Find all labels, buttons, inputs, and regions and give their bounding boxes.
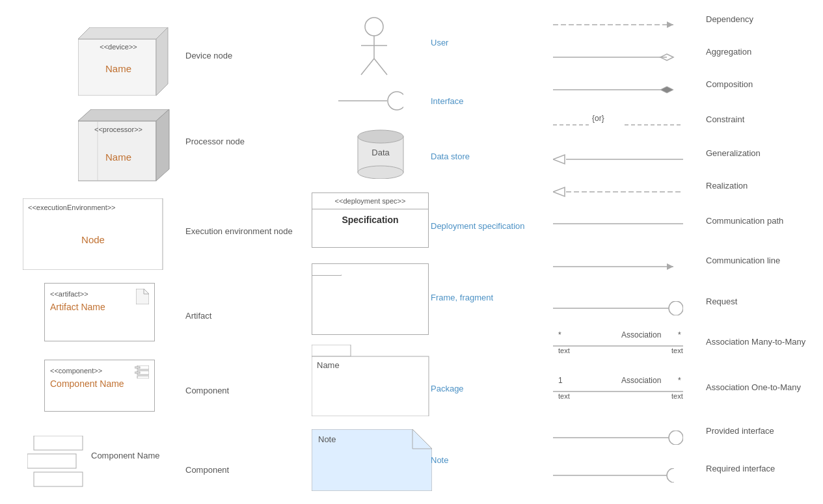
processor-node-name: Name <box>81 152 156 163</box>
assoc-many-many-label: Association Many-to-Many <box>706 337 805 347</box>
note-shape: Note <box>312 429 432 491</box>
assoc-om-left-text: text <box>558 392 570 400</box>
svg-marker-44 <box>667 263 673 270</box>
assoc-om-right-mult: * <box>678 376 681 385</box>
realization-line <box>553 185 683 198</box>
interface-shape <box>338 91 403 113</box>
assoc-mm-left-mult: * <box>558 330 561 339</box>
device-node-stereotype: <<device>> <box>81 43 156 51</box>
data-store-shape: Data <box>355 127 407 181</box>
svg-marker-35 <box>660 86 673 93</box>
generalization-label: Generalization <box>706 148 761 158</box>
frame-fragment-label: Frame, fragment <box>431 293 493 302</box>
component-label: Component <box>185 386 229 395</box>
svg-marker-8 <box>136 289 149 304</box>
data-store-label: Data <box>355 148 407 157</box>
request-label: Request <box>706 297 737 306</box>
svg-marker-5 <box>156 109 169 181</box>
user-label: User <box>431 38 448 47</box>
user-shape <box>355 16 394 83</box>
required-interface-label: Required interface <box>706 464 775 473</box>
assoc-om-left-mult: 1 <box>558 376 563 385</box>
data-store-label-desc: Data store <box>431 152 470 161</box>
required-interface-line <box>553 468 683 483</box>
device-node-shape: <<device>> Name <box>78 27 176 96</box>
svg-point-17 <box>365 18 383 36</box>
deploy-spec-shape: <<deployment spec>> Specification <box>312 192 429 248</box>
assoc-mm-right-text: text <box>671 347 683 354</box>
constraint-label: Constraint <box>706 114 744 124</box>
svg-marker-31 <box>667 21 673 28</box>
aggregation-line <box>553 51 683 64</box>
constraint-text: {or} <box>592 114 604 123</box>
constraint-line <box>553 118 683 131</box>
provided-interface-label: Provided interface <box>706 426 774 436</box>
canvas: <<device>> Name Device node <<processor>… <box>0 0 823 504</box>
svg-marker-4 <box>78 109 169 121</box>
deploy-spec-stereotype: <<deployment spec>> <box>312 193 428 209</box>
assoc-many-many-line <box>553 339 683 352</box>
component-simple-shape <box>27 436 86 488</box>
svg-line-20 <box>361 59 374 75</box>
svg-marker-2 <box>156 27 168 96</box>
assoc-mm-left-text: text <box>558 347 570 354</box>
svg-marker-39 <box>553 155 565 164</box>
svg-point-23 <box>388 92 403 110</box>
processor-node-stereotype: <<processor>> <box>81 126 156 133</box>
note-text: Note <box>318 434 336 444</box>
exec-env-label: Execution environment node <box>185 226 293 236</box>
realization-label: Realization <box>706 181 748 191</box>
device-node-name: Name <box>81 63 156 74</box>
exec-env-shape: <<executionEnvironment>> Node <box>23 198 172 270</box>
package-shape: Name <box>312 345 432 416</box>
component-name: Component Name <box>45 377 154 391</box>
svg-marker-41 <box>553 187 565 196</box>
communication-line-line <box>553 260 683 273</box>
processor-node-shape: <<processor>> Name <box>78 109 179 184</box>
svg-point-50 <box>669 431 683 445</box>
assoc-mm-center: Association <box>621 330 661 339</box>
artifact-shape: <<artifact>> Artifact Name <box>44 283 155 341</box>
assoc-one-many-label: Association One-to-Many <box>706 382 801 392</box>
assoc-om-center: Association <box>621 376 661 385</box>
assoc-om-right-text: text <box>671 392 683 400</box>
dependency-label: Dependency <box>706 14 753 24</box>
processor-node-label: Processor node <box>185 137 245 146</box>
artifact-label: Artifact <box>185 311 211 321</box>
svg-point-26 <box>358 166 403 179</box>
composition-line <box>553 83 683 96</box>
deploy-spec-name: Specification <box>312 209 428 230</box>
note-label: Note <box>431 455 448 465</box>
composition-label: Composition <box>706 79 753 89</box>
component-simple-name: Component Name <box>91 451 160 460</box>
component-simple-label: Component <box>185 465 229 475</box>
exec-env-stereotype: <<executionEnvironment>> <box>28 204 116 211</box>
exec-env-name: Node <box>28 234 158 245</box>
svg-line-21 <box>374 59 387 75</box>
frame-fragment-shape <box>312 263 429 335</box>
aggregation-label: Aggregation <box>706 47 751 57</box>
communication-path-label: Communication path <box>706 216 783 226</box>
svg-marker-1 <box>78 27 168 39</box>
interface-label: Interface <box>431 96 464 106</box>
svg-rect-12 <box>135 372 140 373</box>
assoc-one-many-line <box>553 385 683 398</box>
generalization-line <box>553 153 683 166</box>
svg-point-25 <box>358 130 403 143</box>
provided-interface-line <box>553 431 683 445</box>
component-shape: <<component>> Component Name <box>44 360 155 412</box>
deploy-spec-label: Deployment specification <box>431 221 525 231</box>
package-label: Package <box>431 384 464 393</box>
svg-rect-16 <box>34 472 83 486</box>
svg-rect-15 <box>27 454 76 468</box>
svg-rect-10 <box>135 367 140 368</box>
svg-rect-14 <box>34 436 83 450</box>
svg-rect-13 <box>137 376 149 378</box>
communication-line-label: Communication line <box>706 256 780 265</box>
svg-point-46 <box>669 301 683 315</box>
package-name: Name <box>317 360 340 370</box>
request-line <box>553 301 683 315</box>
dependency-line <box>553 18 683 31</box>
communication-path-line <box>553 222 683 225</box>
device-node-label: Device node <box>185 51 232 60</box>
